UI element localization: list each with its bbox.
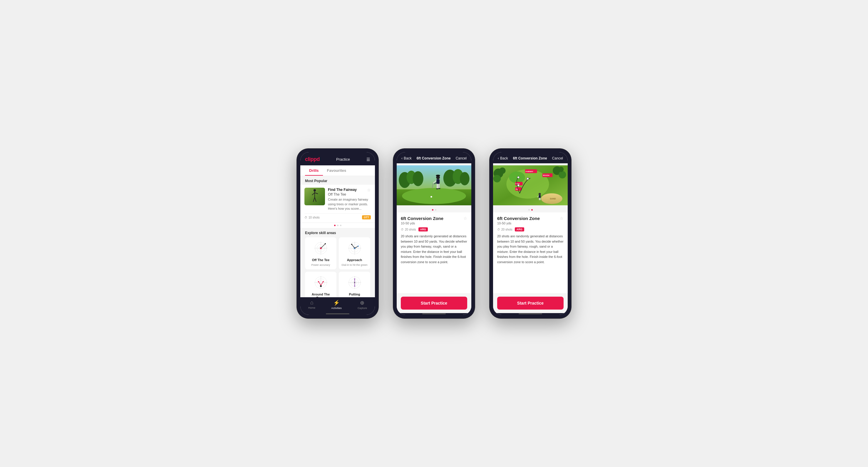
- skill-around-green[interactable]: Around The Green Hone your short game: [305, 272, 336, 297]
- dot-1: [334, 225, 336, 226]
- drill-title: Find The Fairway: [328, 188, 357, 192]
- p3-back-button[interactable]: ‹ Back: [498, 156, 508, 160]
- drill-meta: ⏱ 10 shots OTT: [304, 213, 371, 220]
- svg-text:Miss: Miss: [516, 183, 520, 185]
- svg-text:SAND: SAND: [550, 197, 556, 200]
- tab-favourites[interactable]: Favourites: [323, 165, 350, 176]
- most-popular-label: Most Popular: [300, 176, 375, 185]
- golfer-icon: [310, 189, 320, 205]
- p1-header-title: Practice: [336, 157, 350, 162]
- p3-image-dots: [493, 207, 568, 212]
- skill-putting[interactable]: Putting Make and lag practice: [339, 272, 370, 297]
- svg-line-20: [352, 244, 355, 248]
- svg-line-12: [321, 244, 325, 248]
- drill-subtitle: Off The Tee: [328, 192, 357, 197]
- approach-desc: Dial-in to hit the green: [341, 263, 367, 266]
- off-tee-desc: Power accuracy: [311, 263, 330, 266]
- p3-body: SAND FAIRWAY ROUGH Miss: [493, 163, 568, 313]
- back-button[interactable]: ‹ Back: [401, 156, 412, 160]
- featured-drill-card[interactable]: Find The Fairway Off The Tee ☆ Create an…: [300, 185, 375, 222]
- svg-point-74: [509, 171, 525, 183]
- p3-meta-row: ⏱ 20 shots ARG: [497, 227, 564, 231]
- p1-tabs: Drills Favourites: [300, 165, 375, 176]
- svg-rect-89: [540, 198, 541, 200]
- svg-point-52: [402, 188, 466, 204]
- p3-drill-yds: 10-50 yds: [497, 222, 540, 225]
- svg-point-61: [438, 188, 440, 189]
- svg-point-43: [354, 286, 355, 287]
- svg-point-84: [518, 176, 520, 178]
- nav-home[interactable]: ⌂ Home: [308, 300, 315, 309]
- p1-navbar: ⌂ Home ⚡ Activities ⊕ Capture: [300, 297, 375, 313]
- svg-point-50: [460, 172, 470, 185]
- svg-point-63: [431, 196, 432, 197]
- drill-hero-image: [397, 163, 471, 207]
- drill-thumbnail: [304, 188, 325, 205]
- p1-header: clippd Practice ☰: [300, 152, 375, 165]
- drill-info: Find The Fairway Off The Tee ☆ Create an…: [328, 188, 371, 211]
- svg-rect-56: [438, 184, 440, 189]
- svg-line-2: [312, 193, 315, 195]
- skill-off-tee[interactable]: Off The Tee Power accuracy: [305, 237, 336, 269]
- svg-point-47: [412, 171, 423, 186]
- phone-1: clippd Practice ☰ Drills Favourites Most…: [297, 148, 379, 319]
- menu-icon[interactable]: ☰: [366, 157, 370, 162]
- p3-drill-header: 6ft Conversion Zone 10-50 yds ☆: [497, 216, 564, 225]
- svg-point-23: [358, 245, 359, 247]
- nav-activities[interactable]: ⚡ Activities: [331, 300, 342, 309]
- home-indicator-p2: [397, 313, 471, 315]
- nav-capture-label: Capture: [358, 307, 367, 309]
- p3-header: ‹ Back 6ft Conversion Zone Cancel: [493, 152, 568, 163]
- p3-drill-name: 6ft Conversion Zone: [497, 216, 540, 221]
- svg-rect-87: [539, 195, 541, 198]
- p3-dot-2: [531, 209, 533, 210]
- start-practice-button-p3[interactable]: Start Practice: [497, 297, 564, 309]
- svg-point-29: [320, 285, 322, 287]
- svg-line-3: [315, 193, 318, 194]
- off-tee-icon: [312, 240, 330, 257]
- p3-content: 6ft Conversion Zone 10-50 yds ☆ ⏱ 20 sho…: [493, 212, 568, 293]
- cancel-button[interactable]: Cancel: [456, 156, 467, 160]
- skill-grid: Off The Tee Power accuracy: [305, 237, 370, 297]
- drill-shots: ⏱ 10 shots: [304, 216, 320, 219]
- favourite-star[interactable]: ☆: [367, 188, 371, 192]
- putting-name: Putting: [349, 293, 360, 296]
- svg-line-5: [315, 197, 316, 202]
- p2-content: 6ft Conversion Zone 10-50 yds ☆ ⏱ 20 sho…: [397, 212, 471, 293]
- p2-meta-row: ⏱ 20 shots ARG: [401, 227, 467, 231]
- p2-drill-yds: 10-50 yds: [401, 222, 443, 225]
- off-tee-name: Off The Tee: [312, 258, 330, 262]
- clock-icon-p2: ⏱: [401, 228, 404, 231]
- approach-name: Approach: [347, 258, 362, 262]
- app-logo: clippd: [305, 156, 320, 162]
- dot-3: [340, 225, 341, 226]
- clock-icon-p3: ⏱: [497, 228, 500, 231]
- p3-description: 20 shots are randomly generated at dista…: [497, 234, 564, 265]
- explore-label: Explore skill areas: [305, 231, 370, 235]
- phone-3-screen: ‹ Back 6ft Conversion Zone Cancel: [493, 152, 568, 315]
- nav-capture[interactable]: ⊕ Capture: [358, 300, 367, 309]
- svg-text:FAIRWAY: FAIRWAY: [526, 171, 533, 172]
- skill-approach[interactable]: Approach Dial-in to hit the green: [339, 237, 370, 269]
- clock-icon: ⏱: [304, 216, 307, 219]
- tab-drills[interactable]: Drills: [305, 165, 323, 176]
- svg-point-13: [325, 243, 326, 244]
- svg-point-0: [313, 189, 316, 192]
- phone-2: ‹ Back 6ft Conversion Zone Cancel: [393, 148, 475, 319]
- p3-cancel-button[interactable]: Cancel: [552, 156, 563, 160]
- p2-drill-name: 6ft Conversion Zone: [401, 216, 443, 221]
- svg-point-85: [527, 178, 529, 180]
- p1-body: Most Popular: [300, 176, 375, 297]
- svg-text:ROUGH: ROUGH: [543, 174, 550, 176]
- favourite-star-p3[interactable]: ☆: [560, 216, 564, 221]
- p3-back-chevron-icon: ‹: [498, 156, 499, 160]
- start-practice-button-p2[interactable]: Start Practice: [401, 297, 467, 309]
- p3-shots-info: ⏱ 20 shots: [497, 228, 513, 231]
- favourite-star-p2[interactable]: ☆: [463, 216, 467, 221]
- approach-icon: [346, 240, 364, 257]
- p3-dot-1: [528, 209, 530, 210]
- around-green-name: Around The Green: [307, 293, 334, 297]
- home-icon: ⌂: [310, 300, 313, 306]
- skill-areas-section: Explore skill areas: [300, 228, 375, 297]
- p2-drill-header: 6ft Conversion Zone 10-50 yds ☆: [401, 216, 467, 225]
